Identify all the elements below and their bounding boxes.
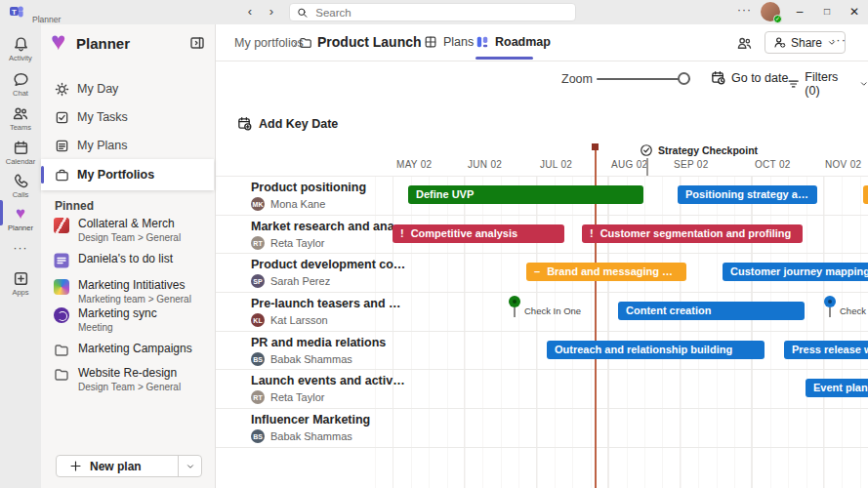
row-label[interactable]: Pre-launch teasers and cam... KLKat Lars…: [251, 297, 407, 327]
row-label[interactable]: Launch events and activations RTReta Tay…: [251, 374, 407, 404]
roadmap-bar[interactable]: !Customer segmentation and profiling: [582, 224, 803, 243]
sidebar-item-my-day[interactable]: My Day: [41, 76, 214, 102]
window-title: Planner: [32, 15, 61, 24]
month-label: MAY 02: [396, 159, 432, 170]
roadmap-bar[interactable]: Define UVP: [408, 185, 643, 204]
month-label: NOV 02: [825, 159, 861, 170]
back-icon[interactable]: ‹: [242, 4, 258, 20]
sidebar-item-my-portfolios[interactable]: My Portfolios: [41, 159, 214, 190]
row-label[interactable]: Product development collab SPSarah Perez: [251, 258, 407, 288]
teams-logo-icon: T: [9, 4, 24, 20]
tasks-check-icon: [55, 110, 69, 125]
avatar: SP: [251, 274, 265, 288]
sidebar-item-my-tasks[interactable]: My Tasks: [41, 104, 214, 130]
zoom-label: Zoom: [561, 72, 593, 86]
roadmap-bar[interactable]: –Brand and messaging alignment: [526, 263, 686, 281]
pinned-item-marketing-initiatives[interactable]: Marketing Intitiatives Marketing team > …: [41, 278, 214, 305]
go-to-date-button[interactable]: Go to date: [711, 70, 788, 85]
avatar: RT: [251, 390, 265, 404]
calendar-icon: [13, 140, 29, 156]
pinned-section-header: Pinned: [55, 199, 94, 213]
collapse-panel-icon[interactable]: [189, 35, 205, 55]
timeline-gridlines: [375, 176, 868, 488]
titlebar-more-icon[interactable]: ···: [737, 3, 752, 17]
priority-important-icon: !: [400, 227, 404, 239]
roadmap-bar[interactable]: Outreach and relationship building: [547, 341, 765, 359]
row-label[interactable]: Market research and analysis RTReta Tayl…: [251, 220, 407, 250]
avatar: RT: [251, 236, 265, 250]
tab-plans[interactable]: Plans: [424, 35, 474, 49]
zoom-slider-track[interactable]: [597, 78, 690, 80]
roadmap-bar[interactable]: [863, 185, 868, 204]
rail-item-planner[interactable]: ♥ Planner: [0, 205, 41, 232]
premium-plan-icon: [54, 279, 69, 295]
chevron-down-icon: [859, 79, 868, 89]
svg-text:T: T: [12, 8, 17, 17]
page-title: Product Launch: [317, 34, 422, 50]
sidebar-item-my-plans[interactable]: My Plans: [41, 133, 214, 158]
roadmap-bar[interactable]: Customer journey mapping: [723, 263, 868, 281]
user-avatar[interactable]: ✓: [761, 2, 780, 21]
roadmap-bar[interactable]: Content creation: [618, 302, 805, 320]
members-icon[interactable]: [736, 35, 753, 56]
roadmap-bar[interactable]: Event planning: [806, 379, 868, 397]
search-input[interactable]: [313, 6, 568, 20]
todo-list-icon: [54, 253, 69, 268]
phone-icon: [13, 173, 29, 189]
rail-item-teams[interactable]: Teams: [0, 105, 41, 132]
rail-item-apps[interactable]: Apps: [0, 270, 41, 297]
presence-available-icon: ✓: [773, 15, 782, 23]
roadmap-bar[interactable]: Press release writing: [784, 341, 868, 359]
checkpoint-line: [646, 158, 648, 176]
forward-icon[interactable]: ›: [264, 4, 279, 20]
sun-icon: [55, 82, 69, 97]
minimize-button[interactable]: –: [789, 2, 810, 21]
rail-more-icon[interactable]: ···: [0, 241, 41, 255]
active-tab-indicator: [475, 57, 533, 60]
row-label[interactable]: PR and media relations BSBabak Shammas: [251, 336, 407, 366]
new-plan-dropdown[interactable]: [178, 456, 201, 476]
pinned-item-marketing-sync[interactable]: Marketing sync Meeting: [41, 306, 214, 333]
planner-sidebar: ♥ Planner My Day My Tasks My Plans My Po…: [41, 24, 216, 488]
filters-button[interactable]: Filters (0): [787, 70, 868, 98]
filter-icon: [787, 77, 800, 91]
folder-icon: [54, 343, 69, 358]
maximize-button[interactable]: □: [816, 2, 838, 21]
rail-item-activity[interactable]: Activity: [0, 36, 41, 62]
rail-item-calls[interactable]: Calls: [0, 173, 41, 199]
close-button[interactable]: ✕: [844, 2, 865, 21]
add-key-date-button[interactable]: Add Key Date: [237, 116, 338, 131]
avatar: BS: [251, 429, 265, 443]
roadmap-bar[interactable]: Positioning strategy and mess...: [678, 185, 817, 204]
apps-plus-icon: [13, 270, 29, 287]
roadmap-bar[interactable]: !Competitive analysis: [393, 224, 564, 243]
today-marker-dot: [592, 143, 599, 150]
teams-people-icon: [12, 105, 29, 122]
plan-thumbnail-icon: [54, 218, 69, 233]
zoom-slider-handle[interactable]: [678, 72, 690, 85]
grid-icon: [424, 35, 437, 49]
avatar: BS: [251, 352, 265, 366]
row-label[interactable]: Influencer Marketing BSBabak Shammas: [251, 413, 407, 443]
folder-icon: [54, 367, 69, 383]
roadmap-grid: Product positioning MKMona Kane Define U…: [216, 176, 868, 488]
search-box[interactable]: [289, 3, 576, 21]
header-more-icon[interactable]: ···: [831, 32, 847, 47]
key-date-label[interactable]: Strategy Checkpoint: [658, 144, 758, 156]
pinned-item-collateral-merch[interactable]: Collateral & Merch Design Team > General: [41, 217, 214, 243]
rail-item-chat[interactable]: Chat: [0, 71, 41, 98]
teams-window: T Planner ‹ › ··· ✓ – □ ✕ Activity Chat: [0, 0, 868, 488]
plan-folder-icon: [299, 36, 312, 54]
pinned-item-danielas-todo[interactable]: Daniela's to do list: [41, 252, 214, 268]
selected-indicator: [41, 166, 44, 183]
rail-item-calendar[interactable]: Calendar: [0, 140, 41, 166]
planner-logo: ♥: [51, 26, 65, 57]
bell-icon: [13, 36, 29, 53]
pinned-item-website-redesign[interactable]: Website Re-design Design Team > General: [41, 366, 214, 392]
pinned-item-marketing-campaigns[interactable]: Marketing Campaigns: [41, 342, 214, 358]
chevron-down-icon: [186, 462, 195, 471]
row-label[interactable]: Product positioning MKMona Kane: [251, 181, 407, 211]
tab-roadmap[interactable]: Roadmap: [475, 35, 551, 49]
new-plan-button[interactable]: New plan: [56, 455, 202, 477]
priority-medium-icon: –: [534, 265, 540, 277]
